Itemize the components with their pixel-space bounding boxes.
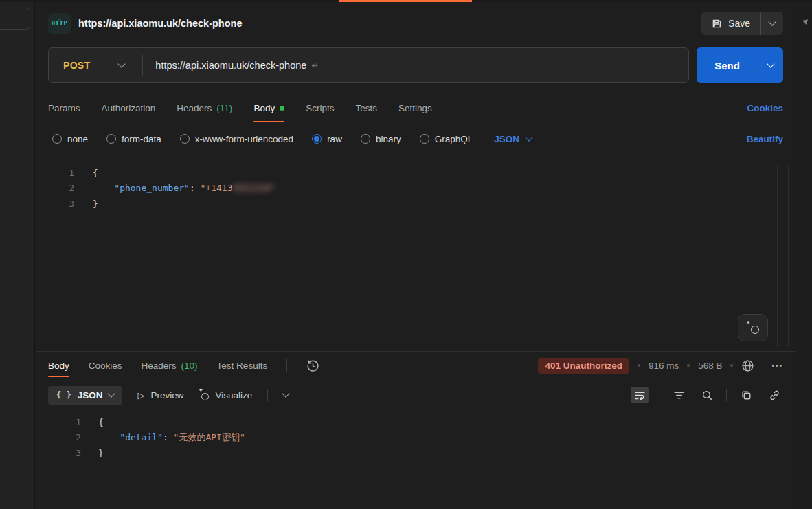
send-button[interactable]: Send	[697, 47, 783, 83]
code-text: "phone_number": "+14135551234"	[93, 183, 275, 193]
radio-label: raw	[327, 134, 342, 144]
response-tab-headers[interactable]: Headers (10)	[142, 353, 198, 378]
dot-separator	[687, 364, 690, 367]
chevron-down-icon[interactable]	[282, 389, 290, 397]
radio-label: x-www-form-urlencoded	[195, 134, 293, 144]
save-options-button[interactable]	[760, 12, 783, 35]
body-has-content-dot	[280, 106, 284, 111]
save-button-label: Save	[728, 18, 750, 29]
json-key: "detail"	[120, 432, 163, 442]
code-line: 1 {	[36, 165, 796, 181]
tab-scripts[interactable]: Scripts	[306, 93, 334, 123]
response-tab-body[interactable]: Body	[48, 353, 69, 378]
radio-label: none	[67, 134, 88, 144]
request-title: https://api.xiaomu.uk/check-phone	[78, 18, 242, 29]
radio-raw[interactable]: raw	[312, 134, 342, 144]
send-options-button[interactable]	[758, 47, 783, 83]
status-badge[interactable]: 401 Unauthorized	[538, 358, 629, 374]
response-time[interactable]: 916 ms	[649, 361, 679, 371]
response-tools	[631, 387, 783, 403]
save-button-main[interactable]: Save	[701, 12, 760, 35]
tab-label: Body	[48, 361, 69, 371]
protocol-label: HTTP	[52, 21, 68, 27]
copy-button[interactable]	[737, 387, 755, 403]
tab-body[interactable]: Body	[253, 93, 284, 123]
radio-label: binary	[376, 134, 401, 144]
cookies-link[interactable]: Cookies	[747, 103, 783, 113]
preview-button[interactable]: ▷ Preview	[137, 390, 183, 400]
main-panel: → HTTP ← https://api.xiaomu.uk/check-pho…	[36, 2, 796, 509]
indent-guide	[102, 431, 102, 445]
send-button-main[interactable]: Send	[697, 47, 758, 83]
radio-x-www-form-urlencoded[interactable]: x-www-form-urlencoded	[180, 134, 293, 144]
tab-label: Params	[48, 103, 80, 113]
url-input[interactable]: https://api.xiaomu.uk/check-phone	[155, 60, 306, 71]
tab-settings[interactable]: Settings	[398, 93, 432, 123]
radio-icon	[180, 134, 190, 144]
tab-authorization[interactable]: Authorization	[102, 93, 156, 123]
editor-scrollbar[interactable]	[777, 166, 778, 346]
radio-graphql[interactable]: GraphQL	[420, 134, 473, 144]
tab-label: Body	[253, 103, 275, 113]
code-line: 3 }	[36, 196, 796, 212]
response-tab-cookies[interactable]: Cookies	[89, 353, 122, 378]
chevron-down-icon	[768, 18, 776, 25]
chevron-down-icon	[767, 60, 774, 67]
tab-label: Test Results	[217, 361, 268, 371]
link-button[interactable]	[765, 387, 783, 403]
tab-tests[interactable]: Tests	[355, 93, 377, 123]
response-tab-test-results[interactable]: Test Results	[217, 353, 268, 378]
radio-label: form-data	[122, 134, 161, 144]
tab-params[interactable]: Params	[48, 93, 80, 123]
line-number: 2	[36, 183, 74, 193]
network-globe-icon[interactable]	[741, 359, 754, 372]
postbot-magic-icon: ✦	[747, 322, 759, 334]
radio-form-data[interactable]: form-data	[106, 134, 161, 144]
radio-none[interactable]: none	[52, 134, 88, 144]
visualize-label: Visualize	[215, 390, 252, 400]
radio-icon	[420, 134, 429, 144]
postbot-button[interactable]: ✦	[738, 314, 768, 341]
language-label: JSON	[494, 134, 519, 144]
left-sidebar-rail	[0, 2, 35, 509]
tab-headers[interactable]: Headers (11)	[177, 93, 232, 123]
tab-label: Tests	[355, 103, 377, 113]
divider	[726, 389, 727, 401]
response-size[interactable]: 568 B	[698, 361, 722, 371]
format-label: JSON	[78, 390, 103, 400]
headers-count-badge: (10)	[181, 361, 198, 371]
radio-selected-icon	[312, 134, 322, 144]
wrap-text-button[interactable]	[631, 387, 649, 403]
save-button[interactable]: Save	[701, 12, 783, 35]
tab-label: Scripts	[306, 103, 334, 113]
radio-binary[interactable]: binary	[361, 134, 401, 144]
sidebar-collapsed-item[interactable]	[0, 8, 30, 30]
visualize-button[interactable]: ✦ Visualize	[199, 390, 252, 400]
api-client-window: → HTTP ← https://api.xiaomu.uk/check-pho…	[0, 0, 812, 509]
code-line: 3 }	[36, 445, 796, 461]
code-line: 2 "detail": "无效的API密钥"	[36, 430, 796, 446]
language-dropdown[interactable]: JSON	[494, 134, 532, 144]
request-body-editor[interactable]: 1 { 2 "phone_number": "+14135551234" 3 }…	[36, 159, 796, 351]
method-selector[interactable]: POST	[49, 60, 90, 71]
json-value: "无效的API密钥"	[174, 432, 245, 442]
save-icon	[712, 19, 722, 29]
line-number: 3	[36, 448, 81, 458]
preview-label: Preview	[150, 390, 183, 400]
chevron-down-icon[interactable]	[118, 60, 126, 67]
response-history-button[interactable]	[306, 359, 319, 372]
response-meta: 401 Unauthorized 916 ms 568 B •••	[538, 358, 783, 374]
divider	[763, 359, 763, 372]
response-tab-bar: Body Cookies Headers (10) Test Results 4…	[48, 352, 783, 379]
response-body-editor[interactable]: 1 { 2 "detail": "无效的API密钥" 3 }	[36, 411, 796, 509]
beautify-link[interactable]: Beautify	[747, 134, 783, 144]
search-icon[interactable]	[698, 387, 716, 403]
right-sidebar-rail	[796, 2, 812, 509]
autocomplete-enter-hint: ↵	[311, 60, 319, 71]
response-format-dropdown[interactable]: { } JSON	[48, 386, 122, 405]
radio-label: GraphQL	[435, 134, 473, 144]
more-options-button[interactable]: •••	[771, 362, 783, 370]
code-text: "detail": "无效的API密钥"	[98, 431, 245, 444]
filter-button[interactable]	[670, 387, 688, 403]
code-text: }	[98, 448, 104, 458]
